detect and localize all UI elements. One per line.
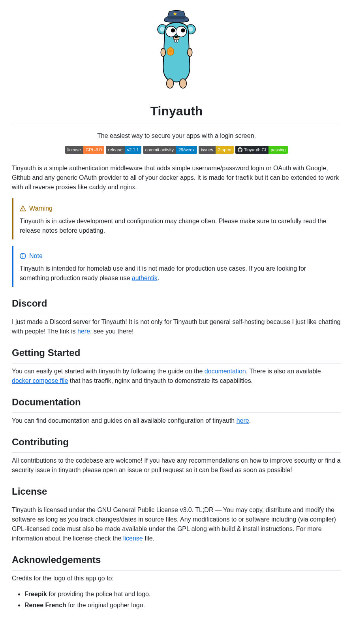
warning-alert: Warning Tinyauth is in active developmen… xyxy=(12,198,341,239)
license-paragraph: Tinyauth is licensed under the GNU Gener… xyxy=(12,505,341,543)
note-body: Tinyauth is intended for homelab use and… xyxy=(20,264,335,283)
list-item: Renee French for the original gopher log… xyxy=(24,601,341,610)
discord-heading: Discord xyxy=(12,296,341,314)
svg-point-14 xyxy=(175,36,178,38)
note-alert: Note Tinyauth is intended for homelab us… xyxy=(12,246,341,287)
badge-release[interactable]: releasev2.1.1 xyxy=(106,146,141,154)
svg-point-10 xyxy=(171,28,175,33)
documentation-heading: Documentation xyxy=(12,395,341,413)
discord-link[interactable]: here xyxy=(77,328,90,335)
badges-row: licenseGPL-3.0releasev2.1.1commit activi… xyxy=(12,145,341,154)
warning-icon xyxy=(20,205,26,212)
svg-point-6 xyxy=(188,48,192,56)
page-title: Tinyauth xyxy=(12,102,341,124)
svg-point-19 xyxy=(23,210,23,211)
contributing-heading: Contributing xyxy=(12,435,341,453)
svg-point-12 xyxy=(181,28,185,33)
docs-here-link[interactable]: here xyxy=(237,417,249,424)
docker-compose-link[interactable]: docker compose file xyxy=(12,377,68,384)
svg-point-8 xyxy=(180,79,187,88)
svg-rect-16 xyxy=(176,40,178,43)
ack-list: Freepik for providing the police hat and… xyxy=(12,589,341,610)
logo-container xyxy=(12,8,341,94)
warning-body: Tinyauth is in active development and co… xyxy=(20,217,335,235)
getting-started-paragraph: You can easily get started with tinyauth… xyxy=(12,367,341,386)
intro-paragraph: Tinyauth is a simple authentication midd… xyxy=(12,164,341,192)
ack-intro: Credits for the logo of this app go to: xyxy=(12,574,341,583)
svg-point-22 xyxy=(23,254,23,255)
svg-point-7 xyxy=(167,79,174,88)
note-title: Note xyxy=(20,251,335,261)
getting-started-heading: Getting Started xyxy=(12,346,341,363)
badge-issues[interactable]: issues2 open xyxy=(199,146,234,154)
svg-point-4 xyxy=(188,27,193,32)
info-icon xyxy=(20,253,26,259)
svg-rect-15 xyxy=(175,40,176,43)
svg-point-2 xyxy=(160,27,165,32)
ack-heading: Acknowledgements xyxy=(12,553,341,571)
tagline: The easiest way to secure your apps with… xyxy=(12,131,341,141)
gopher-logo xyxy=(147,8,206,91)
discord-paragraph: I just made a Discord server for Tinyaut… xyxy=(12,317,341,336)
svg-point-17 xyxy=(169,50,172,53)
badge-Tinyauth-CI[interactable]: Tinyauth CIpassing xyxy=(235,146,288,154)
license-heading: License xyxy=(12,484,341,502)
badge-license[interactable]: licenseGPL-3.0 xyxy=(65,146,104,154)
list-item: Freepik for providing the police hat and… xyxy=(24,589,341,599)
license-link[interactable]: license xyxy=(123,535,143,542)
badge-commit-activity[interactable]: commit activity29/week xyxy=(143,146,197,154)
documentation-link[interactable]: documentation xyxy=(205,368,246,375)
documentation-paragraph: You can find documentation and guides on… xyxy=(12,416,341,426)
warning-title: Warning xyxy=(20,204,335,213)
svg-point-5 xyxy=(161,48,165,56)
svg-point-9 xyxy=(166,26,176,37)
svg-point-11 xyxy=(176,26,187,37)
authentik-link[interactable]: authentik xyxy=(132,275,158,281)
svg-rect-0 xyxy=(168,16,186,19)
contributing-paragraph: All contributions to the codebase are we… xyxy=(12,456,341,475)
